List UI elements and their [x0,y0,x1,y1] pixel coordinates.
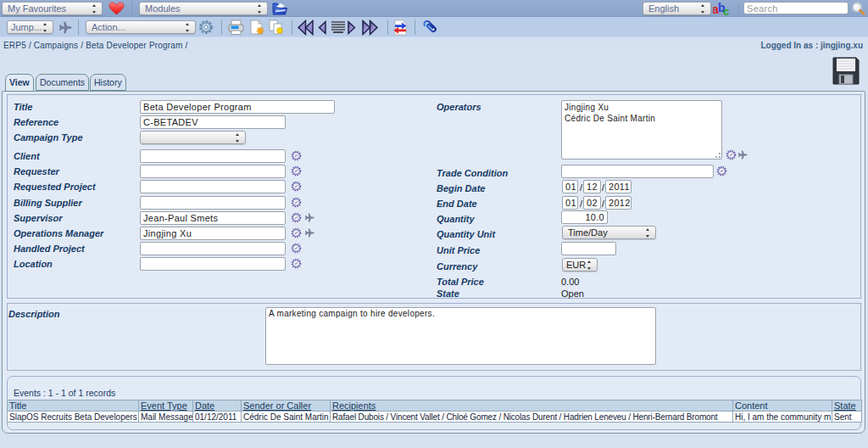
svg-text:c: c [723,5,729,17]
